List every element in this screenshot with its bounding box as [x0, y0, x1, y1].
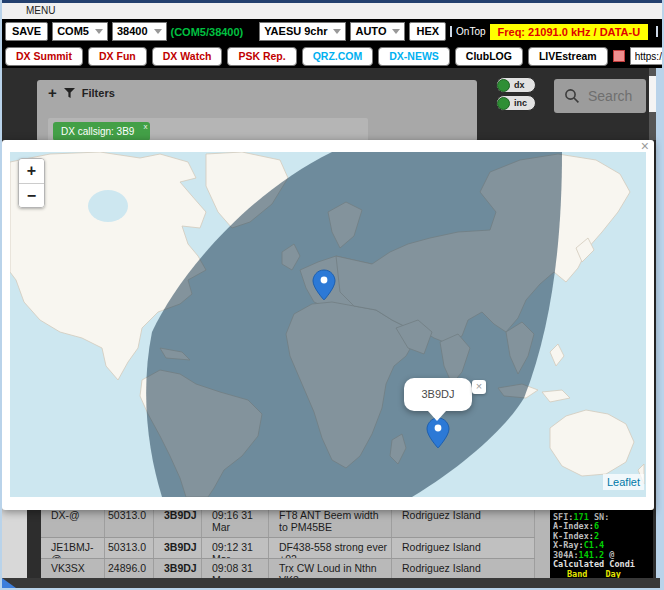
popup-pointer — [428, 411, 446, 421]
filters-panel: + Filters DX callsign: 3B9 x — [37, 80, 477, 142]
frequency-cell: 50313.0 — [105, 506, 154, 537]
frequency-cell: 50313.0 — [105, 538, 154, 558]
bottom-strip — [2, 578, 660, 588]
filter-funnel-icon — [64, 88, 75, 98]
comment-cell: DF438-558 strong ever +02 — [269, 538, 392, 558]
search-icon — [564, 88, 580, 104]
304a-unit: @ — [604, 550, 614, 560]
clublog-button[interactable]: ClubLOG — [455, 47, 523, 66]
radio-model-value: YAESU 9chr — [264, 23, 327, 40]
filters-title: Filters — [82, 87, 115, 99]
app-window: MENU SAVE COM5 38400 (COM5/38400) YAESU … — [0, 0, 664, 590]
links-toolbar: DX Summit DX Fun DX Watch PSK Rep. QRZ.C… — [2, 44, 662, 68]
livestream-button[interactable]: LIVEstream — [528, 47, 608, 66]
xray-value: C1.4 — [584, 540, 604, 550]
menu-bar[interactable]: MENU — [2, 3, 662, 19]
table-row[interactable]: JE1BMJ-@ 50313.0 3B9DJ 09:12 31 Mar DF43… — [41, 538, 535, 559]
world-map[interactable] — [10, 152, 646, 497]
toggle-on-dot — [497, 97, 510, 110]
world-map-svg — [10, 152, 646, 497]
qrz-button[interactable]: QRZ.COM — [302, 47, 374, 66]
day-column-label: Day — [605, 569, 620, 579]
chevron-down-icon — [333, 29, 341, 34]
dx-fun-button[interactable]: DX Fun — [88, 47, 147, 66]
leaflet-link[interactable]: Leaflet — [607, 476, 640, 488]
table-row[interactable]: VK3SX 24896.0 3B9DJ 09:08 31 Mar Trx CW … — [41, 559, 535, 579]
comment-cell: Trx CW Loud in Nthn VK3 — [269, 559, 392, 578]
spotter-cell: VK3SX — [41, 559, 105, 578]
search-input[interactable] — [588, 88, 643, 104]
country-cell: Rodriguez Island — [392, 538, 535, 558]
corner-logo-icon — [2, 578, 16, 588]
spotter-cell: JE1BMJ-@ — [41, 538, 105, 558]
com-port-select[interactable]: COM5 — [52, 22, 108, 41]
cat-url-input[interactable] — [630, 47, 664, 65]
time-cell: 09:16 31 Mar — [202, 506, 269, 537]
dx-toggle-label: dx — [514, 80, 525, 90]
sfi-label: SFI: — [553, 512, 573, 522]
country-cell: Rodriguez Island — [392, 559, 535, 578]
comment-cell: FT8 ANT Beem width to PM45BE — [269, 506, 392, 537]
map-popup: 3B9DJ × — [404, 378, 472, 411]
active-filters-box: DX callsign: 3B9 x — [48, 118, 368, 142]
chevron-down-icon — [154, 29, 162, 34]
map-overlay: × — [2, 140, 654, 510]
save-button[interactable]: SAVE — [5, 22, 48, 41]
cat-mode-select[interactable]: AUTO — [350, 22, 405, 41]
page-left-margin — [2, 500, 27, 578]
a-index-label: A-Index: — [553, 521, 594, 531]
xray-label: X-Ray: — [553, 540, 584, 550]
sn-label: SN: — [589, 512, 609, 522]
force-checkbox[interactable] — [656, 26, 658, 37]
country-cell: Rodriguez Island — [392, 506, 535, 537]
night-overlay — [146, 152, 562, 497]
frequency-cell: 24896.0 — [105, 559, 154, 578]
remove-filter-icon[interactable]: x — [143, 122, 147, 131]
band-column-label: Band — [567, 569, 587, 579]
map-zoom-control: + − — [18, 158, 45, 208]
zoom-in-button[interactable]: + — [19, 159, 44, 183]
frequency-display: Freq: 21091.0 kHz / DATA-U — [490, 24, 649, 40]
hex-button[interactable]: HEX — [409, 22, 446, 41]
chevron-down-icon — [95, 29, 103, 34]
livestream-status-icon — [613, 50, 625, 62]
dx-toggle[interactable]: dx — [496, 77, 536, 93]
k-index-label: K-Index: — [553, 531, 594, 541]
dx-callsign-cell: 3B9DJ — [154, 506, 202, 537]
spotter-cell: DX-@ — [41, 506, 105, 537]
port-status: (COM5/38400) — [171, 26, 244, 38]
dx-watch-button[interactable]: DX Watch — [152, 47, 223, 66]
baud-rate-value: 38400 — [117, 23, 148, 40]
a-index-value: 6 — [594, 521, 599, 531]
cat-mode-value: AUTO — [355, 23, 386, 40]
main-content: + Filters DX callsign: 3B9 x dx inc — [2, 68, 662, 588]
close-icon[interactable]: × — [641, 139, 649, 153]
sfi-value: 171 — [573, 512, 588, 522]
inc-toggle[interactable]: inc — [496, 95, 536, 111]
radio-model-select[interactable]: YAESU 9chr — [259, 22, 346, 41]
ontop-checkbox[interactable] — [450, 26, 452, 37]
k-index-value: 2 — [594, 531, 599, 541]
psk-reporter-button[interactable]: PSK Rep. — [227, 47, 296, 66]
hudson-bay — [88, 190, 128, 222]
search-box — [554, 79, 646, 113]
dx-callsign-filter-chip[interactable]: DX callsign: 3B9 x — [53, 122, 150, 141]
window-right-border — [656, 68, 662, 588]
dx-spots-table: DX-@ 50313.0 3B9DJ 09:16 31 Mar FT8 ANT … — [41, 504, 535, 579]
add-filter-button[interactable]: + — [48, 87, 57, 99]
ontop-label: OnTop — [456, 26, 485, 37]
dx-summit-button[interactable]: DX Summit — [5, 47, 83, 66]
zoom-out-button[interactable]: − — [19, 183, 44, 207]
time-cell: 09:08 31 Mar — [202, 559, 269, 578]
table-row[interactable]: DX-@ 50313.0 3B9DJ 09:16 31 Mar FT8 ANT … — [41, 506, 535, 538]
dx-callsign-cell: 3B9DJ — [154, 559, 202, 578]
baud-rate-select[interactable]: 38400 — [112, 22, 167, 41]
inc-toggle-label: inc — [514, 98, 527, 108]
solar-data-panel: 31 Mar 2025 103 SFI:171 SN: A-Index:6 K-… — [550, 502, 653, 578]
time-cell: 09:12 31 Mar — [202, 538, 269, 558]
cat-toolbar: SAVE COM5 38400 (COM5/38400) YAESU 9chr … — [2, 19, 662, 44]
dx-news-button[interactable]: DX-NEWS — [378, 47, 450, 66]
304a-value: 141.2 — [579, 550, 605, 560]
popup-close-icon[interactable]: × — [472, 380, 486, 394]
map-attribution: Leaflet — [603, 474, 644, 490]
